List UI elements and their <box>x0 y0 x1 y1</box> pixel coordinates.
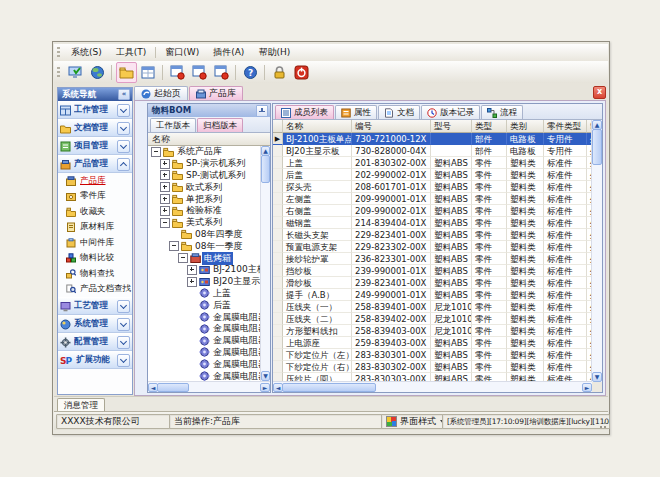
column-header-0[interactable]: 名称 <box>283 120 352 133</box>
member-tab-4[interactable]: 流程 <box>481 105 523 119</box>
tree-node-16[interactable]: 金属膜电阻器 <box>148 335 261 347</box>
tree-toggle-minus[interactable] <box>178 253 188 263</box>
grid-horizontal-scrollbar[interactable]: ◄ ► <box>273 381 592 392</box>
menu-item-1[interactable]: 工具(T) <box>109 44 154 61</box>
power-button[interactable] <box>291 62 312 83</box>
sidebar-collapse-button[interactable]: « <box>118 89 130 100</box>
grid-vscroll-thumb[interactable] <box>592 129 602 165</box>
tab-close-button[interactable]: x <box>593 86 606 99</box>
folder-open-button[interactable] <box>116 62 137 83</box>
table-row[interactable]: 压线夹（二）258-839402-00X尼龙1010零件塑料类标准件外协条 <box>273 313 592 325</box>
table-row[interactable]: 提手（A.B）249-990001-01X塑料ABS零件塑料类标准件外协条 <box>273 289 592 301</box>
globe-button[interactable] <box>87 62 108 83</box>
sidebar-group-6[interactable]: 配置管理 <box>58 333 132 351</box>
tree-node-14[interactable]: 金属膜电阻器 <box>148 311 261 323</box>
bom-tab-0[interactable]: 工作版本 <box>150 118 196 132</box>
menu-item-0[interactable]: 系统(S) <box>64 44 109 61</box>
table-row[interactable]: 方形塑料线扣258-839403-00X尼龙1010零件塑料类标准件外协条 <box>273 325 592 337</box>
tree-toggle-minus[interactable] <box>151 147 161 157</box>
column-header-1[interactable]: 编号 <box>352 120 431 133</box>
tree-column-header[interactable]: 名称 <box>148 133 270 146</box>
tree-node-13[interactable]: 后盖 <box>148 299 261 311</box>
sidebar-group-expand-button[interactable] <box>117 336 130 349</box>
tree-toggle-minus[interactable] <box>169 241 179 251</box>
sidebar-group-expand-button[interactable] <box>117 104 130 117</box>
sidebar-group-2[interactable]: 项目管理 <box>58 137 132 155</box>
member-tab-1[interactable]: 属性 <box>335 105 377 119</box>
menubar-drag-handle[interactable] <box>57 47 60 58</box>
tree-node-1[interactable]: SP-演示机系列 <box>148 158 261 170</box>
sidebar-group-3[interactable]: 产品管理 <box>58 155 132 173</box>
sidebar-item-5[interactable]: 物料比较 <box>58 251 132 267</box>
sidebar-item-3[interactable]: 原材料库 <box>58 220 132 236</box>
tree-node-5[interactable]: 检验标准 <box>148 205 261 217</box>
sidebar-item-6[interactable]: 物料查找 <box>58 266 132 282</box>
tree-node-8[interactable]: 08年一季度 <box>148 240 261 252</box>
table-row[interactable]: 左侧盖209-990001-01X塑料ABS零件塑料类标准件外协条 <box>273 193 592 205</box>
table-row[interactable]: 预置电源支架229-823302-00X塑料ABS零件塑料类标准件外协条 <box>273 241 592 253</box>
bom-tab-1[interactable]: 归档版本 <box>197 118 243 132</box>
ui-style-dropdown[interactable]: 界面样式 <box>381 414 449 429</box>
sidebar-group-expand-button[interactable] <box>117 140 130 153</box>
sidebar-group-expand-button[interactable] <box>117 318 130 331</box>
table-row[interactable]: 压线夹（一）258-839401-00X尼龙1010零件塑料类标准件外协条 <box>273 301 592 313</box>
sidebar-item-2[interactable]: 收藏夹 <box>58 204 132 220</box>
window-badge-button[interactable] <box>211 62 232 83</box>
scroll-down-icon[interactable]: ▼ <box>261 371 270 381</box>
menu-item-4[interactable]: 帮助(H) <box>251 44 297 61</box>
tree-toggle-minus[interactable] <box>160 218 170 228</box>
member-tab-0[interactable]: 成员列表 <box>275 105 334 119</box>
pin-icon[interactable] <box>256 105 268 117</box>
tree-vertical-scrollbar[interactable]: ▲ ▼ <box>260 146 270 381</box>
tree-node-9[interactable]: 电烤箱 <box>148 252 261 264</box>
table-row[interactable]: 上盖201-830302-00X塑料ABS零件塑料类标准件外协条 <box>273 157 592 169</box>
tree-node-19[interactable]: 金属膜电阻器 <box>148 370 261 381</box>
table-row[interactable]: 下纱定位片（右）283-830302-00X塑料ABS零件塑料类标准件外协条 <box>273 361 592 373</box>
sidebar-group-7[interactable]: SP扩展功能 <box>58 351 132 369</box>
column-header-2[interactable]: 型号 <box>431 120 472 133</box>
tree-vscroll-thumb[interactable] <box>261 155 270 183</box>
doc-tab-1[interactable]: 产品库 <box>189 86 243 100</box>
toolbar-drag-handle[interactable] <box>57 67 60 78</box>
table-row[interactable]: 滑纱板239-823401-00X塑料ABS零件塑料类标准件外协条 <box>273 277 592 289</box>
column-header-4[interactable]: 类别 <box>507 120 544 133</box>
tree-node-6[interactable]: 美式系列 <box>148 217 261 229</box>
sidebar-group-1[interactable]: 文档管理 <box>58 119 132 137</box>
scroll-right-icon[interactable]: ► <box>582 383 592 392</box>
tree-node-3[interactable]: 欧式系列 <box>148 181 261 193</box>
column-header-3[interactable]: 类型 <box>472 120 507 133</box>
sidebar-group-5[interactable]: 系统管理 <box>58 315 132 333</box>
table-row[interactable]: 上电源座259-839403-00X塑料ABS零件塑料类标准件外协条 <box>273 337 592 349</box>
tree-node-15[interactable]: 金属膜电阻器 <box>148 323 261 335</box>
tree-toggle-plus[interactable] <box>160 159 170 169</box>
tree-node-12[interactable]: 上盖 <box>148 288 261 300</box>
tree-node-7[interactable]: 08年四季度 <box>148 229 261 241</box>
resize-grip[interactable] <box>597 419 607 429</box>
table-row[interactable]: BJ20主显示板730-828000-04X部件电路板专用件外协颗 <box>273 145 592 157</box>
table-row[interactable]: 下纱定位片（左）283-830301-00X塑料ABS零件塑料类标准件外协条 <box>273 349 592 361</box>
tree-toggle-plus[interactable] <box>187 277 197 287</box>
sidebar-group-expand-button[interactable] <box>117 122 130 135</box>
tree-node-0[interactable]: 系统产品库 <box>148 146 261 158</box>
scroll-right-icon[interactable]: ► <box>260 383 270 392</box>
menu-item-3[interactable]: 插件(A) <box>206 44 251 61</box>
tree-node-2[interactable]: SP-测试机系列 <box>148 170 261 182</box>
tree-toggle-plus[interactable] <box>160 194 170 204</box>
window-badge-button[interactable] <box>167 62 188 83</box>
column-header-5[interactable]: 零件类型 <box>544 120 587 133</box>
lock-button[interactable] <box>269 62 290 83</box>
member-tab-3[interactable]: 版本记录 <box>421 105 480 119</box>
sidebar-group-4[interactable]: 工艺管理 <box>58 297 132 315</box>
sidebar-group-collapse-button[interactable] <box>117 158 130 171</box>
tree-node-10[interactable]: BJ-2100主板单点 <box>148 264 261 276</box>
sidebar-group-expand-button[interactable] <box>117 354 130 367</box>
tree-toggle-plus[interactable] <box>160 206 170 216</box>
sidebar-item-0[interactable]: 产品库 <box>58 173 132 189</box>
table-row[interactable]: 右侧盖209-990002-01X塑料ABS零件塑料类标准件外协条 <box>273 205 592 217</box>
grid-window-button[interactable] <box>138 62 159 83</box>
sidebar-item-1[interactable]: 零件库 <box>58 189 132 205</box>
tree-hscroll-thumb[interactable] <box>157 383 189 392</box>
member-tab-2[interactable]: 文档 <box>378 105 420 119</box>
scroll-down-icon[interactable]: ▼ <box>592 372 602 382</box>
tree-node-17[interactable]: 金属膜电阻器 <box>148 347 261 359</box>
